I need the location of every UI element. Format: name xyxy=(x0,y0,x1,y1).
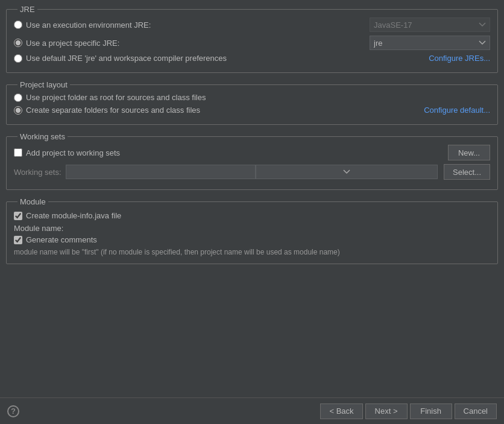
jre-legend: JRE xyxy=(17,5,37,14)
working-sets-legend: Working sets xyxy=(17,132,68,141)
project-layout-legend: Project layout xyxy=(17,80,70,89)
finish-button[interactable]: Finish xyxy=(410,403,452,419)
module-info-text: module name will be "first" (if no modul… xyxy=(14,248,490,256)
layout-option2-radio[interactable] xyxy=(14,106,22,115)
module-checkbox2-label[interactable]: Generate comments xyxy=(14,235,97,244)
layout-option1-label[interactable]: Use project folder as root for sources a… xyxy=(14,93,490,102)
working-sets-input-row: Working sets: Select... xyxy=(14,164,490,180)
module-checkbox2-row: Generate comments xyxy=(14,235,490,244)
jre-option1-row: Use an execution environment JRE: JavaSE… xyxy=(14,17,490,32)
module-checkbox1-row: Create module-info.java file xyxy=(14,211,490,220)
jre-section: JRE Use an execution environment JRE: Ja… xyxy=(6,5,498,73)
footer-right: < Back Next > Finish Cancel xyxy=(320,403,497,419)
module-content: Create module-info.java file Module name… xyxy=(14,210,490,258)
module-generate-comments-checkbox[interactable] xyxy=(14,236,22,244)
module-name-label-row: Module name: xyxy=(14,224,490,233)
project-layout-section: Project layout Use project folder as roo… xyxy=(6,80,498,125)
layout-option2-row: Create separate folders for sources and … xyxy=(14,106,490,115)
module-section: Module Create module-info.java file Modu… xyxy=(6,197,498,264)
jre-environment-select[interactable]: JavaSE-17 xyxy=(370,17,490,32)
help-button[interactable]: ? xyxy=(7,405,19,417)
layout-option2-label[interactable]: Create separate folders for sources and … xyxy=(14,106,424,115)
next-button[interactable]: Next > xyxy=(365,403,408,419)
layout-option1-radio[interactable] xyxy=(14,93,22,102)
jre-option2-radio[interactable] xyxy=(14,39,22,47)
jre-option3-row: Use default JRE 'jre' and workspace comp… xyxy=(14,54,490,63)
configure-default-link[interactable]: Configure default... xyxy=(424,106,490,115)
footer-left: ? xyxy=(7,405,19,417)
jre-option2-row: Use a project specific JRE: jre xyxy=(14,36,490,50)
working-sets-dropdown[interactable] xyxy=(256,165,438,179)
jre-option1-radio[interactable] xyxy=(14,21,22,29)
jre-project-select[interactable]: jre xyxy=(370,36,490,50)
working-sets-input[interactable] xyxy=(66,165,256,179)
cancel-button[interactable]: Cancel xyxy=(455,403,497,419)
working-sets-input-wrapper xyxy=(66,165,438,179)
dialog-footer: ? < Back Next > Finish Cancel xyxy=(0,397,504,424)
working-sets-checkbox-label[interactable]: Add project to working sets xyxy=(14,148,444,157)
jre-option3-radio[interactable] xyxy=(14,54,22,63)
working-sets-section: Working sets Add project to working sets… xyxy=(6,132,498,190)
module-create-checkbox[interactable] xyxy=(14,212,22,220)
configure-jres-link[interactable]: Configure JREs... xyxy=(429,54,490,63)
back-button[interactable]: < Back xyxy=(320,403,362,419)
jre-option3-label[interactable]: Use default JRE 'jre' and workspace comp… xyxy=(14,54,429,63)
new-working-set-button[interactable]: New... xyxy=(448,145,490,160)
module-checkbox1-label[interactable]: Create module-info.java file xyxy=(14,211,121,220)
module-legend: Module xyxy=(17,197,48,206)
working-sets-checkbox[interactable] xyxy=(14,148,22,157)
jre-option2-label[interactable]: Use a project specific JRE: xyxy=(14,39,370,48)
jre-option1-label[interactable]: Use an execution environment JRE: xyxy=(14,21,370,30)
select-working-set-button[interactable]: Select... xyxy=(444,164,490,180)
working-sets-label: Working sets: xyxy=(14,168,62,177)
working-sets-checkbox-row: Add project to working sets New... xyxy=(14,145,490,160)
layout-option1-row: Use project folder as root for sources a… xyxy=(14,93,490,102)
